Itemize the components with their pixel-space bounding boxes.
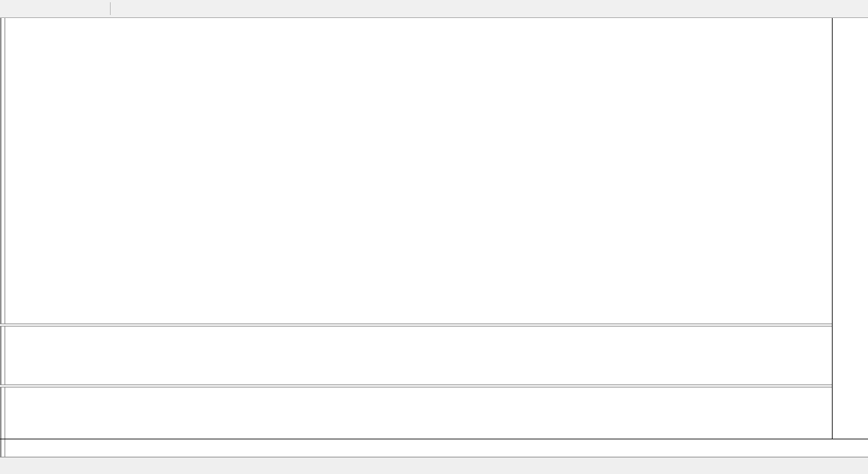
chart-tab-bar xyxy=(0,457,868,474)
macd-panel[interactable] xyxy=(5,387,832,439)
candlestick-chart[interactable] xyxy=(5,18,832,324)
main-chart-panel[interactable] xyxy=(5,18,832,324)
time-axis[interactable] xyxy=(5,439,832,456)
window-left-border xyxy=(0,18,5,457)
timeframe-toolbar xyxy=(0,0,868,18)
price-axis[interactable] xyxy=(833,18,868,439)
macd-chart[interactable] xyxy=(5,387,832,439)
tab-scroll-arrows xyxy=(839,461,860,469)
rsi-chart[interactable] xyxy=(5,326,832,384)
toolbar-separator xyxy=(110,2,111,15)
rsi-panel[interactable] xyxy=(5,326,832,384)
